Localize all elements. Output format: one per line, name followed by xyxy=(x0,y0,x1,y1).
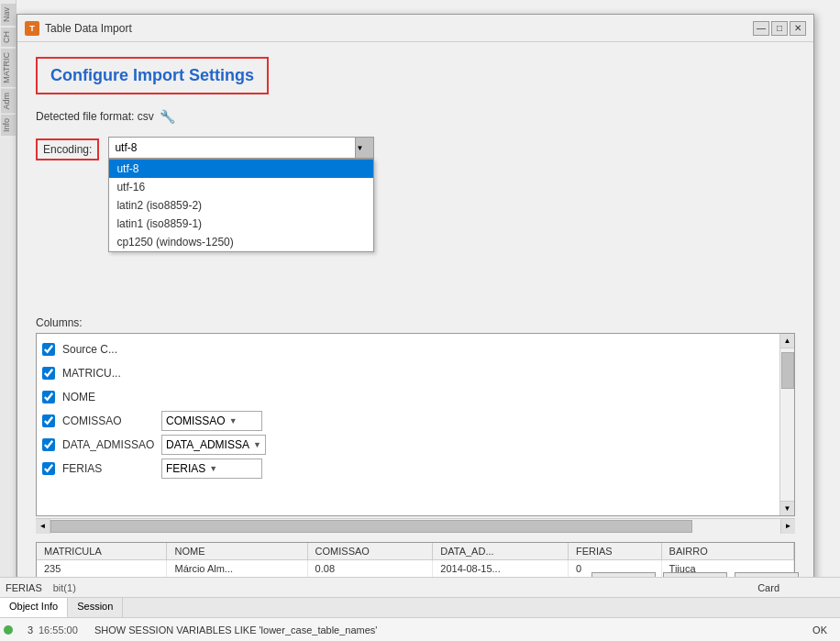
preview-col-nome: NOME xyxy=(167,543,307,560)
dialog-titlebar: T Table Data Import — □ ✕ xyxy=(17,15,813,42)
horizontal-scrollbar[interactable]: ◄ ► xyxy=(36,518,795,533)
dialog-title: Table Data Import xyxy=(45,22,747,35)
data-admissao-col-name: DATA_ADMISSAO xyxy=(62,438,154,451)
status-row-3: 3 16:55:00 SHOW SESSION VARIABLES LIKE '… xyxy=(4,620,836,640)
dialog-app-icon: T xyxy=(25,21,39,36)
data-admissao-checkbox[interactable] xyxy=(42,438,55,451)
card-label: Card xyxy=(757,582,779,593)
tab-session[interactable]: Session xyxy=(68,598,123,617)
data-admissao-mapping-value: DATA_ADMISSA xyxy=(166,438,249,451)
config-header-text: Configure Import Settings xyxy=(50,66,254,84)
dialog-content: Configure Import Settings Detected file … xyxy=(17,42,813,609)
encoding-dropdown-arrow[interactable]: ▼ xyxy=(355,138,373,158)
columns-label: Columns: xyxy=(36,316,795,329)
comissao-mapping-select[interactable]: COMISSAO ▼ xyxy=(161,411,262,431)
column-row-ferias: FERIAS FERIAS ▼ xyxy=(42,457,789,481)
minimize-button[interactable]: — xyxy=(753,21,769,36)
columns-area: Source C... MATRICU... NOME xyxy=(36,333,795,516)
vertical-scrollbar[interactable]: ▲ ▼ xyxy=(779,334,794,515)
scroll-thumb-horizontal[interactable] xyxy=(50,520,692,533)
ferias-mapping-value: FERIAS xyxy=(166,462,205,475)
preview-col-data-ad: DATA_AD... xyxy=(433,543,569,560)
nome-col-name: NOME xyxy=(62,391,154,403)
sidebar-nav[interactable]: Nav xyxy=(1,4,16,26)
encoding-option-utf8[interactable]: utf-8 xyxy=(109,160,373,178)
arrow-down-icon: ▼ xyxy=(356,144,373,152)
column-row-source: Source C... xyxy=(42,337,789,361)
encoding-option-utf16[interactable]: utf-16 xyxy=(109,178,373,196)
encoding-option-latin1[interactable]: latin1 (iso8859-1) xyxy=(109,215,373,233)
sidebar-info[interactable]: Info xyxy=(1,115,16,136)
scroll-thumb-vertical[interactable] xyxy=(781,352,794,389)
ferias-col-name: FERIAS xyxy=(62,462,154,475)
preview-cell-matricula-1: 235 xyxy=(37,560,167,578)
scroll-up-arrow[interactable]: ▲ xyxy=(780,334,795,348)
column-row-comissao: COMISSAO COMISSAO ▼ xyxy=(42,409,789,433)
encoding-row: Encoding: utf-8 ▼ utf-8 utf-16 latin2 (i… xyxy=(36,137,795,160)
sidebar-matric[interactable]: MATRIC xyxy=(1,49,16,87)
ferias-checkbox[interactable] xyxy=(42,462,55,475)
scroll-right-arrow[interactable]: ► xyxy=(780,519,795,534)
encoding-option-latin2[interactable]: latin2 (iso8859-2) xyxy=(109,196,373,215)
status-time-3: 16:55:00 xyxy=(39,624,89,635)
encoding-option-cp1250[interactable]: cp1250 (windows-1250) xyxy=(109,233,373,251)
sidebar-adm[interactable]: Adm xyxy=(1,89,16,114)
tab-object-info[interactable]: Object Info xyxy=(0,598,68,617)
status-sql-3: SHOW SESSION VARIABLES LIKE 'lower_case_… xyxy=(94,624,377,635)
source-col-name: Source C... xyxy=(62,343,154,356)
left-sidebar: Nav CH MATRIC Adm Info xyxy=(0,0,17,578)
horizontal-scroll-track xyxy=(50,519,780,534)
comissao-mapping-value: COMISSAO xyxy=(166,414,226,427)
column-row-matricula: MATRICU... xyxy=(42,361,789,385)
status-bar: FERIAS bit(1) Card Object Info Session 3… xyxy=(0,577,840,641)
columns-inner: Source C... MATRICU... NOME xyxy=(37,334,794,515)
matricula-checkbox[interactable] xyxy=(42,367,55,380)
encoding-dropdown-list: utf-8 utf-16 latin2 (iso8859-2) latin1 (… xyxy=(108,159,374,252)
comissao-checkbox[interactable] xyxy=(42,414,55,427)
status-num-3: 3 xyxy=(18,624,33,635)
config-header-box: Configure Import Settings xyxy=(36,57,269,94)
maximize-button[interactable]: □ xyxy=(771,21,788,36)
preview-cell-nome-1: Márcio Alm... xyxy=(167,560,307,578)
close-button[interactable]: ✕ xyxy=(790,21,806,36)
sidebar-ch[interactable]: CH xyxy=(1,28,16,47)
column-row-nome: NOME xyxy=(42,385,789,409)
status-ok-3: OK xyxy=(812,624,836,635)
data-admissao-dropdown-icon: ▼ xyxy=(253,440,261,449)
preview-col-ferias: FERIAS xyxy=(568,543,661,560)
status-ferias-label: FERIAS xyxy=(6,582,42,593)
ferias-mapping-select[interactable]: FERIAS ▼ xyxy=(161,459,262,479)
matricula-col-name: MATRICU... xyxy=(62,367,154,380)
wrench-icon[interactable]: 🔧 xyxy=(160,109,175,124)
scroll-down-arrow[interactable]: ▼ xyxy=(780,501,795,515)
status-ferias-type: bit(1) xyxy=(53,582,76,593)
nome-checkbox[interactable] xyxy=(42,391,55,403)
ferias-dropdown-icon: ▼ xyxy=(209,464,217,473)
file-format-row: Detected file format: csv 🔧 xyxy=(36,109,795,124)
file-format-label: Detected file format: csv xyxy=(36,110,154,123)
columns-section: Columns: Source C... MATRICU... xyxy=(36,316,795,533)
data-admissao-mapping-select[interactable]: DATA_ADMISSA ▼ xyxy=(161,435,266,455)
encoding-select[interactable]: utf-8 ▼ xyxy=(108,137,374,159)
dialog-window-controls: — □ ✕ xyxy=(753,21,806,36)
source-checkbox[interactable] xyxy=(42,343,55,356)
preview-col-matricula: MATRICULA xyxy=(37,543,167,560)
preview-col-bairro: BAIRRO xyxy=(661,543,793,560)
status-dot-3 xyxy=(4,625,13,635)
import-dialog: T Table Data Import — □ ✕ Configure Impo… xyxy=(17,14,814,610)
comissao-col-name: COMISSAO xyxy=(62,414,154,427)
encoding-dropdown-container: utf-8 ▼ utf-8 utf-16 latin2 (iso8859-2) … xyxy=(108,137,374,159)
comissao-dropdown-icon: ▼ xyxy=(229,416,238,425)
column-row-data-admissao: DATA_ADMISSAO DATA_ADMISSA ▼ xyxy=(42,433,789,457)
preview-cell-comissao-1: 0.08 xyxy=(307,560,433,578)
status-bar-tabs: Object Info Session xyxy=(0,598,840,618)
status-rows: 3 16:55:00 SHOW SESSION VARIABLES LIKE '… xyxy=(0,618,840,641)
preview-col-comissao: COMISSAO xyxy=(307,543,433,560)
encoding-label: Encoding: xyxy=(36,138,99,160)
encoding-current-value: utf-8 xyxy=(115,141,355,154)
scroll-left-arrow[interactable]: ◄ xyxy=(36,519,50,534)
preview-cell-data-1: 2014-08-15... xyxy=(433,560,569,578)
